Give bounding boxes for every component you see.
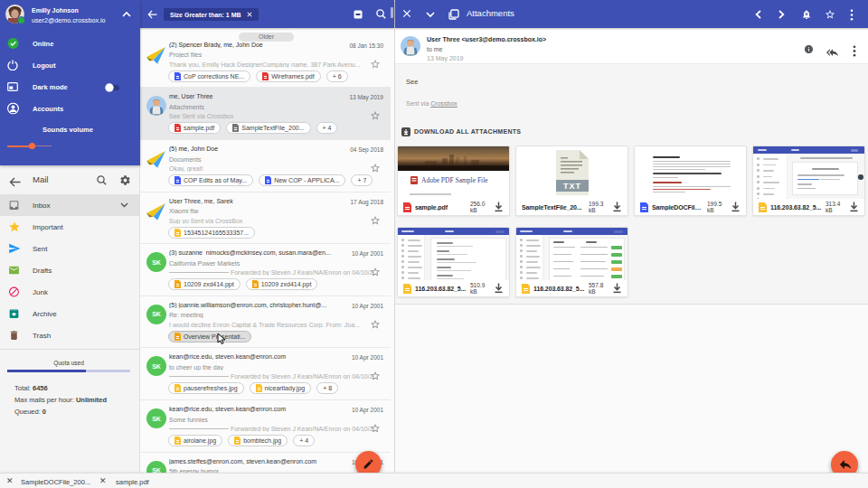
- svg-text:TXT: TXT: [563, 182, 581, 191]
